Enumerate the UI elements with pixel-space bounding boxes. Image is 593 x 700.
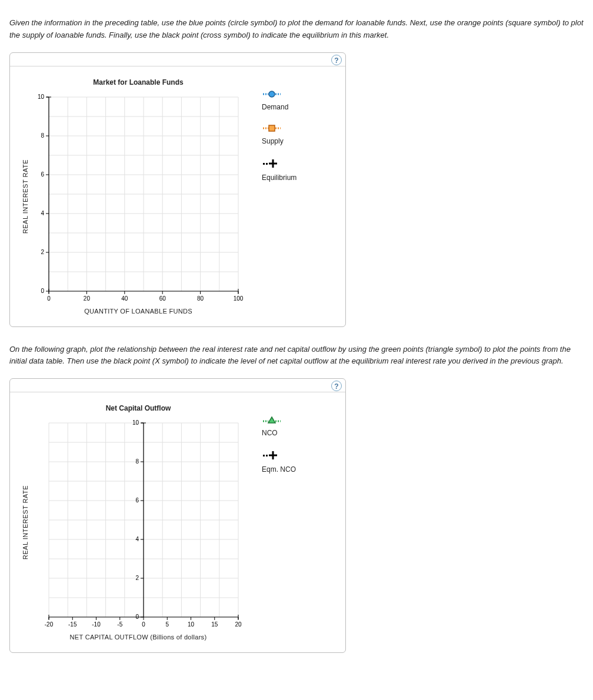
panel-header: ? — [10, 53, 345, 66]
chart-legend: Demand Supply Equilibrium — [262, 78, 296, 315]
legend-item-equilibrium[interactable]: Equilibrium — [262, 158, 296, 182]
chart-area: REAL INTEREST RATE Market for Loanable F… — [22, 78, 244, 315]
svg-text:4: 4 — [135, 536, 139, 542]
svg-text:80: 80 — [197, 295, 204, 302]
x-axis-label: QUANTITY OF LOANABLE FUNDS — [84, 308, 192, 315]
legend-item-supply[interactable]: Supply — [262, 124, 296, 145]
chart-area: REAL INTEREST RATE Net Capital Outflow -… — [22, 404, 244, 641]
instruction-paragraph-1: Given the information in the preceding t… — [9, 17, 584, 42]
legend-item-nco[interactable]: NCO — [262, 416, 296, 437]
svg-text:15: 15 — [211, 621, 218, 628]
svg-rect-55 — [269, 125, 275, 131]
graph-panel-loanable-funds: ? REAL INTEREST RATE Market for Loanable… — [9, 52, 346, 327]
help-button[interactable]: ? — [331, 55, 342, 65]
panel-body: REAL INTEREST RATE Net Capital Outflow -… — [10, 392, 345, 652]
svg-text:0: 0 — [135, 614, 139, 620]
svg-text:6: 6 — [135, 497, 139, 504]
svg-text:10: 10 — [38, 94, 45, 100]
svg-text:-20: -20 — [45, 621, 54, 628]
svg-rect-57 — [263, 163, 265, 165]
svg-text:-15: -15 — [68, 621, 77, 628]
svg-text:20: 20 — [235, 621, 242, 628]
triangle-icon — [262, 416, 296, 424]
svg-text:0: 0 — [47, 295, 51, 302]
legend-label: Supply — [262, 137, 284, 145]
svg-text:0: 0 — [41, 288, 44, 294]
panel-header: ? — [10, 379, 345, 392]
svg-text:-10: -10 — [92, 621, 101, 628]
svg-rect-121 — [263, 455, 265, 456]
svg-text:8: 8 — [135, 458, 139, 465]
help-button[interactable]: ? — [331, 381, 342, 391]
instruction-paragraph-2: On the following graph, plot the relatio… — [9, 344, 584, 368]
chart-column: Market for Loanable Funds 02040608010002… — [32, 78, 244, 315]
svg-text:20: 20 — [84, 295, 91, 302]
svg-text:2: 2 — [135, 575, 139, 581]
svg-text:4: 4 — [41, 210, 44, 216]
legend-item-demand[interactable]: Demand — [262, 90, 296, 111]
plus-icon — [262, 158, 296, 169]
svg-text:60: 60 — [159, 295, 166, 302]
svg-text:100: 100 — [234, 295, 244, 302]
chart-column: Net Capital Outflow -20-15-10-5051015200… — [32, 404, 244, 641]
svg-text:2: 2 — [41, 249, 44, 255]
y-axis-label: REAL INTEREST RATE — [22, 485, 29, 559]
chart-plot-area[interactable]: 0204060801000246810 — [32, 94, 244, 305]
svg-text:10: 10 — [132, 419, 139, 426]
circle-icon — [262, 90, 296, 98]
svg-text:6: 6 — [41, 171, 44, 178]
legend-label: Equilibrium — [262, 174, 296, 182]
svg-text:8: 8 — [41, 132, 44, 139]
svg-text:5: 5 — [165, 621, 169, 628]
legend-label: Demand — [262, 103, 288, 111]
svg-rect-58 — [266, 163, 268, 165]
x-axis-label: NET CAPITAL OUTFLOW (Billions of dollars… — [70, 634, 207, 641]
plus-icon — [262, 450, 296, 461]
svg-marker-119 — [268, 417, 275, 423]
svg-rect-122 — [266, 455, 268, 456]
svg-text:10: 10 — [188, 621, 195, 628]
chart-legend: NCO Eqm. NCO — [262, 404, 296, 641]
svg-point-52 — [269, 91, 275, 97]
square-icon — [262, 124, 296, 132]
chart-title: Market for Loanable Funds — [93, 78, 183, 86]
legend-item-eqm-nco[interactable]: Eqm. NCO — [262, 450, 296, 474]
legend-label: NCO — [262, 429, 278, 437]
svg-text:0: 0 — [142, 621, 145, 628]
legend-label: Eqm. NCO — [262, 465, 296, 474]
chart-plot-area[interactable]: -20-15-10-5051015200246810 — [32, 419, 244, 631]
svg-text:40: 40 — [121, 295, 128, 302]
panel-body: REAL INTEREST RATE Market for Loanable F… — [10, 66, 345, 326]
svg-text:-5: -5 — [117, 621, 122, 628]
graph-panel-nco: ? REAL INTEREST RATE Net Capital Outflow… — [9, 378, 346, 653]
chart-title: Net Capital Outflow — [106, 404, 171, 412]
y-axis-label: REAL INTEREST RATE — [22, 159, 29, 234]
